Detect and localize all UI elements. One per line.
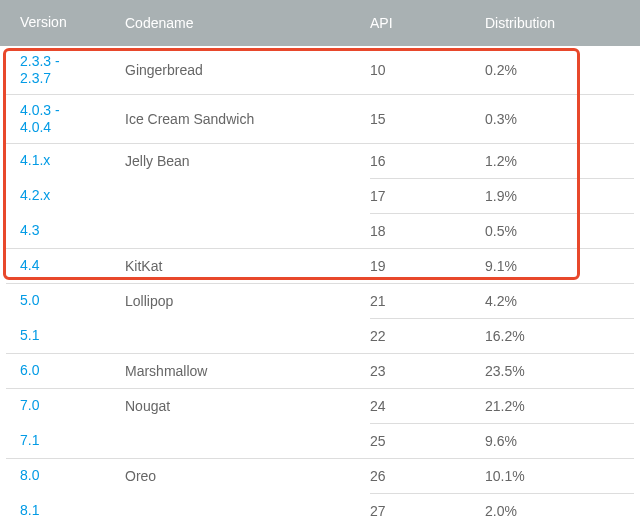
cell-api: 25 [370, 433, 485, 449]
cell-version: 4.1.x [0, 152, 125, 170]
cell-distribution: 0.2% [485, 62, 640, 78]
table-row: 8.1272.0% [0, 494, 640, 528]
cell-distribution: 9.6% [485, 433, 640, 449]
cell-api: 10 [370, 62, 485, 78]
cell-version: 4.0.3 - 4.0.4 [0, 102, 125, 137]
table-body: 2.3.3 - 2.3.7Gingerbread100.2%4.0.3 - 4.… [0, 46, 640, 528]
cell-version: 7.0 [0, 397, 125, 415]
header-version: Version [0, 14, 125, 32]
table-row: 5.0Lollipop214.2% [0, 284, 640, 318]
cell-codename: Lollipop [125, 293, 370, 309]
version-link[interactable]: 7.1 [20, 432, 39, 448]
version-link[interactable]: 8.1 [20, 502, 39, 518]
table-row: 4.2.x171.9% [0, 179, 640, 213]
version-link[interactable]: 4.0.3 - 4.0.4 [20, 102, 60, 136]
cell-version: 5.1 [0, 327, 125, 345]
cell-version: 8.0 [0, 467, 125, 485]
cell-version: 4.4 [0, 257, 125, 275]
version-link[interactable]: 2.3.3 - 2.3.7 [20, 53, 60, 87]
cell-api: 21 [370, 293, 485, 309]
cell-api: 27 [370, 503, 485, 519]
table-row: 7.0Nougat2421.2% [0, 389, 640, 423]
header-api: API [370, 15, 485, 31]
cell-distribution: 16.2% [485, 328, 640, 344]
cell-version: 4.2.x [0, 187, 125, 205]
cell-version: 5.0 [0, 292, 125, 310]
table-row: 8.0Oreo2610.1% [0, 459, 640, 493]
table-row: 4.3180.5% [0, 214, 640, 248]
cell-codename: Ice Cream Sandwich [125, 111, 370, 127]
cell-api: 18 [370, 223, 485, 239]
cell-api: 26 [370, 468, 485, 484]
cell-version: 8.1 [0, 502, 125, 520]
version-link[interactable]: 8.0 [20, 467, 39, 483]
cell-codename: Nougat [125, 398, 370, 414]
table-row: 4.1.xJelly Bean161.2% [0, 144, 640, 178]
distribution-table: Version Codename API Distribution 2.3.3 … [0, 0, 640, 528]
cell-api: 23 [370, 363, 485, 379]
version-link[interactable]: 5.1 [20, 327, 39, 343]
cell-codename: Jelly Bean [125, 153, 370, 169]
cell-codename: Marshmallow [125, 363, 370, 379]
version-link[interactable]: 4.3 [20, 222, 39, 238]
table-row: 4.0.3 - 4.0.4Ice Cream Sandwich150.3% [0, 95, 640, 143]
cell-distribution: 4.2% [485, 293, 640, 309]
cell-api: 15 [370, 111, 485, 127]
cell-distribution: 9.1% [485, 258, 640, 274]
version-link[interactable]: 4.1.x [20, 152, 50, 168]
cell-codename: KitKat [125, 258, 370, 274]
cell-version: 2.3.3 - 2.3.7 [0, 53, 125, 88]
cell-api: 22 [370, 328, 485, 344]
cell-version: 6.0 [0, 362, 125, 380]
cell-codename: Gingerbread [125, 62, 370, 78]
cell-version: 4.3 [0, 222, 125, 240]
cell-api: 24 [370, 398, 485, 414]
header-codename: Codename [125, 15, 370, 31]
version-link[interactable]: 4.4 [20, 257, 39, 273]
table-row: 2.3.3 - 2.3.7Gingerbread100.2% [0, 46, 640, 94]
header-distribution: Distribution [485, 15, 640, 31]
cell-distribution: 0.5% [485, 223, 640, 239]
cell-distribution: 1.2% [485, 153, 640, 169]
table-row: 7.1259.6% [0, 424, 640, 458]
cell-version: 7.1 [0, 432, 125, 450]
version-link[interactable]: 4.2.x [20, 187, 50, 203]
table-header-row: Version Codename API Distribution [0, 0, 640, 46]
cell-api: 17 [370, 188, 485, 204]
cell-distribution: 2.0% [485, 503, 640, 519]
version-link[interactable]: 7.0 [20, 397, 39, 413]
cell-distribution: 21.2% [485, 398, 640, 414]
cell-distribution: 0.3% [485, 111, 640, 127]
cell-distribution: 1.9% [485, 188, 640, 204]
cell-distribution: 23.5% [485, 363, 640, 379]
cell-api: 16 [370, 153, 485, 169]
table-row: 6.0Marshmallow2323.5% [0, 354, 640, 388]
version-link[interactable]: 5.0 [20, 292, 39, 308]
cell-api: 19 [370, 258, 485, 274]
cell-distribution: 10.1% [485, 468, 640, 484]
version-link[interactable]: 6.0 [20, 362, 39, 378]
table-row: 5.12216.2% [0, 319, 640, 353]
table-row: 4.4KitKat199.1% [0, 249, 640, 283]
cell-codename: Oreo [125, 468, 370, 484]
